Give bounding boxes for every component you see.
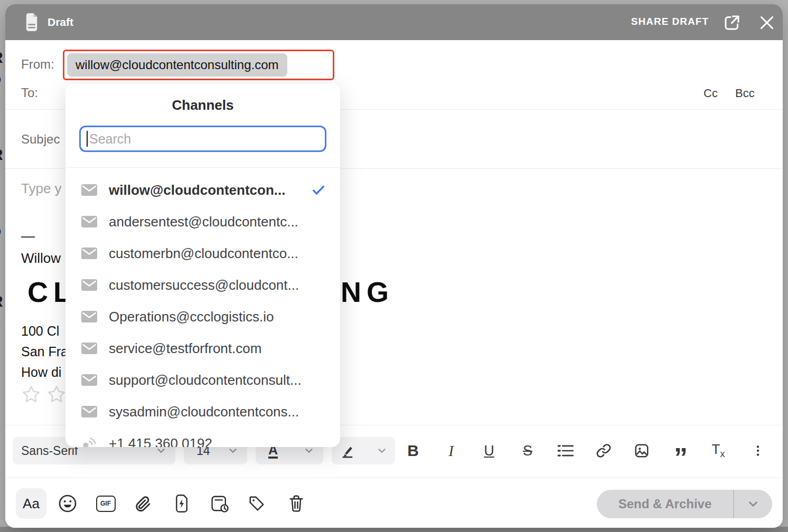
highlighter-icon [339,443,355,459]
gif-icon: GIF [96,496,116,512]
strikethrough-button[interactable]: S [516,439,539,462]
channel-label: customersuccess@cloudcont... [109,277,299,293]
text-style-icon: Aa [23,496,40,512]
delete-draft-button[interactable] [285,492,308,515]
email-channel-icon [81,311,97,322]
channels-popover: Channels willow@cloudcontentcon... ander… [65,83,340,447]
to-label: To: [21,86,38,100]
channel-label: sysadmin@cloudcontentcons... [109,404,299,420]
email-channel-icon [81,216,97,227]
email-channel-icon [81,406,97,417]
quote-button[interactable]: ” [669,439,692,462]
emoji-icon [58,494,77,513]
channel-label: service@testforfront.com [109,340,261,357]
channel-label: willow@cloudcontentcon... [109,182,285,198]
channel-label: +1 415 360 0192 [109,435,212,448]
paperclip-icon [134,495,152,512]
underline-button[interactable]: U [477,439,501,462]
link-icon [596,443,612,459]
selected-check-icon [311,182,326,198]
share-draft-button[interactable]: SHARE DRAFT [619,16,709,27]
email-channel-icon [81,374,97,386]
email-channel-icon [81,343,97,354]
divider [65,167,340,168]
quote-icon: ” [674,455,688,460]
close-icon[interactable] [757,13,776,32]
attach-file-button[interactable] [132,492,155,515]
gif-button[interactable]: GIF [94,492,117,515]
strikethrough-icon: S [523,443,532,459]
channel-label: customerbn@cloudcontentco... [109,245,298,262]
bold-button[interactable]: B [401,439,425,462]
clear-formatting-icon: Tx [712,441,725,460]
kebab-menu-icon [751,444,765,458]
signature-name: Willow [21,250,61,267]
email-channel-icon [81,184,97,196]
text-caret [87,131,88,147]
channel-option[interactable]: +1 415 360 0192 [65,428,340,447]
signature-logo-right: NG [341,276,394,308]
rating-star-icon [21,384,41,404]
cc-button[interactable]: Cc [703,87,718,100]
signature-address-line: San Fra [21,344,68,359]
text-style-toggle[interactable]: Aa [16,488,46,519]
add-tag-button[interactable] [245,492,268,515]
channel-label: Operations@ccclogistics.io [109,309,274,325]
channel-option[interactable]: Operations@ccclogistics.io [65,301,340,332]
italic-icon: I [448,442,454,460]
screen: R o e R c o R c i Draft SHARE DRAFT [0,0,788,532]
channels-search-input[interactable] [79,126,326,152]
insert-snippet-button[interactable] [170,492,193,515]
more-formatting-button[interactable] [746,439,770,462]
tag-icon [248,495,265,512]
modal-header: Draft SHARE DRAFT [5,4,783,40]
snippet-lightning-icon [174,495,190,512]
sms-channel-icon [81,436,97,447]
underline-icon: U [484,443,494,459]
from-label: From: [21,57,54,72]
highlight-color-select[interactable] [332,437,395,464]
channels-title: Channels [65,97,340,113]
send-archive-button[interactable]: Send & Archive [597,497,733,511]
emoji-button[interactable] [56,492,79,515]
channel-label: andersentest@cloudcontentc... [109,214,298,230]
divider [5,478,783,478]
chevron-down-icon [376,445,388,457]
trash-icon [288,495,304,512]
channel-option[interactable]: customerbn@cloudcontentco... [65,238,340,269]
chevron-down-icon [746,497,760,511]
bullet-list-icon [557,443,574,458]
body-placeholder: Type y [21,180,62,197]
signature-survey-line: How di [21,365,61,380]
rating-star-icon [46,384,67,404]
draft-document-icon [24,13,39,31]
channel-option[interactable]: andersentest@cloudcontentc... [65,206,340,238]
channel-option-selected[interactable]: willow@cloudcontentcon... [65,174,340,206]
channel-option[interactable]: customersuccess@cloudcont... [65,269,340,301]
send-options-button[interactable] [734,497,772,511]
image-icon [634,443,650,459]
bullet-list-button[interactable] [554,439,577,462]
bcc-button[interactable]: Bcc [735,87,755,100]
channel-label: support@cloudcontentconsult... [109,372,302,388]
clear-formatting-button[interactable]: Tx [707,439,730,462]
bold-icon: B [407,442,419,460]
send-later-icon [210,495,229,512]
signature-address-line: 100 Cl [21,324,59,339]
italic-button[interactable]: I [439,439,463,462]
channel-option[interactable]: sysadmin@cloudcontentcons... [65,396,340,428]
send-archive-split-button: Send & Archive [597,490,772,518]
signature-separator: — [21,228,35,244]
email-channel-icon [81,248,97,259]
channel-option[interactable]: service@testforfront.com [65,332,340,364]
channel-option[interactable]: support@cloudcontentconsult... [65,364,340,396]
from-channel-pill[interactable]: willow@cloudcontentconsulting.com [67,53,287,77]
insert-image-button[interactable] [630,439,653,462]
send-later-button[interactable] [208,492,231,515]
insert-link-button[interactable] [592,439,615,462]
email-channel-icon [81,279,97,291]
popout-icon[interactable] [723,13,742,32]
modal-title: Draft [48,16,73,28]
